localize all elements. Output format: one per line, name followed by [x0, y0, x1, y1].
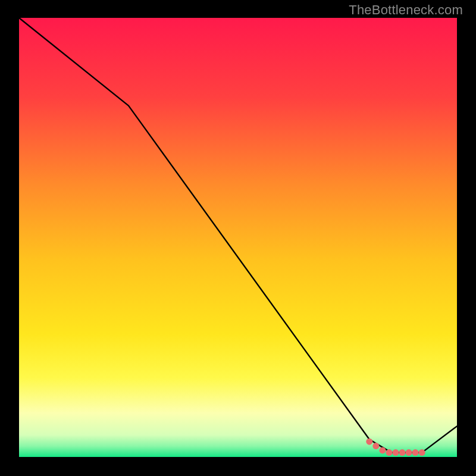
marker-dot [399, 449, 406, 456]
chart-container: TheBottleneck.com [0, 0, 476, 476]
marker-dot [412, 449, 419, 456]
watermark-text: TheBottleneck.com [349, 2, 463, 18]
marker-dot [406, 449, 412, 456]
marker-dot [379, 447, 386, 453]
plot-background [19, 18, 457, 457]
marker-dot [372, 443, 379, 449]
marker-dot [386, 449, 392, 456]
bottleneck-chart [0, 0, 476, 476]
marker-dot [366, 439, 372, 445]
marker-dot [419, 449, 425, 456]
marker-dot [392, 449, 399, 456]
